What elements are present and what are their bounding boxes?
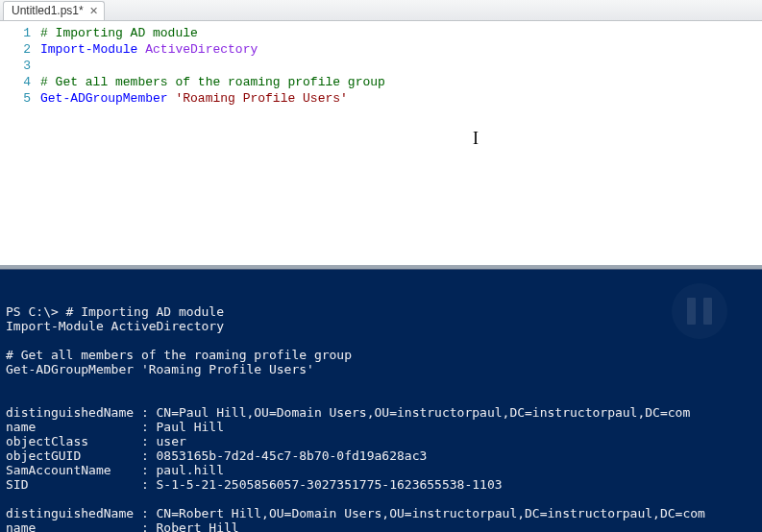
line-number: 5 [0, 90, 31, 107]
code-area[interactable]: # Importing AD moduleImport-Module Activ… [40, 21, 762, 265]
code-line: Get-ADGroupMember 'Roaming Profile Users… [40, 90, 762, 107]
console-pane[interactable]: PS C:\> # Importing AD module Import-Mod… [0, 269, 762, 532]
code-line: # Importing AD module [40, 25, 762, 41]
close-icon[interactable]: ✕ [89, 5, 98, 17]
code-line: Import-Module ActiveDirectory [40, 41, 762, 58]
file-tab-title: Untitled1.ps1* [12, 4, 84, 17]
tab-bar: Untitled1.ps1* ✕ [0, 0, 762, 21]
code-line [40, 58, 762, 74]
line-number: 1 [0, 25, 31, 41]
line-number: 3 [0, 58, 31, 74]
script-editor[interactable]: 12345 # Importing AD moduleImport-Module… [0, 21, 762, 269]
pause-overlay-icon [672, 283, 727, 339]
console-output: PS C:\> # Importing AD module Import-Mod… [6, 304, 758, 532]
file-tab[interactable]: Untitled1.ps1* ✕ [3, 1, 105, 20]
code-line: # Get all members of the roaming profile… [40, 74, 762, 90]
line-number-gutter: 12345 [0, 21, 40, 265]
line-number: 4 [0, 74, 31, 90]
line-number: 2 [0, 41, 31, 58]
text-cursor-icon: I [473, 129, 479, 149]
